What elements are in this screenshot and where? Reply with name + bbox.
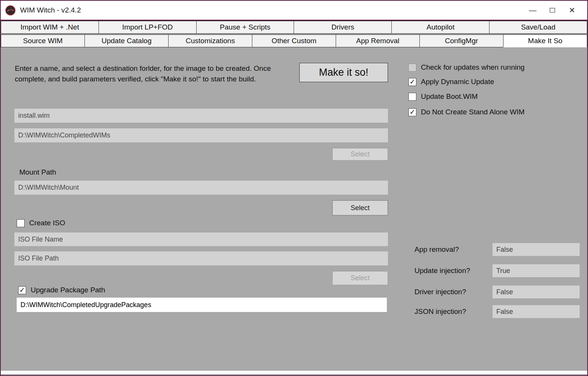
mount-path-input[interactable] [14,181,388,195]
instruction-text: Enter a name, and select a destination f… [15,63,285,84]
tab-save-load[interactable]: Save/Load [489,21,587,34]
create-iso-checkbox[interactable] [17,219,25,227]
update-bootwim-label: Update Boot.WIM [421,92,478,101]
make-it-so-panel: Enter a name, and select a destination f… [1,47,587,374]
iso-select-button[interactable]: Select [332,271,388,285]
app-removal-label: App removal? [414,245,459,254]
check-updates-checkbox[interactable] [408,64,416,72]
json-injection-label: JSON injection? [414,307,466,316]
mount-select-button[interactable]: Select [332,200,388,215]
tab-make-it-so[interactable]: Make It So [503,34,587,47]
app-removal-value: False [493,243,580,256]
option-dynamic-update[interactable]: Apply Dynamic Update [408,77,494,86]
no-standalone-label: Do Not Create Stand Alone WIM [421,108,525,116]
tab-app-removal[interactable]: App Removal [336,34,420,47]
maximize-icon[interactable] [543,0,562,20]
tab-import-wim-net[interactable]: Import WIM + .Net [1,21,99,34]
minimize-icon[interactable]: — [523,0,543,20]
option-create-iso[interactable]: Create ISO [17,218,65,228]
destination-select-button[interactable]: Select [332,148,388,161]
check-updates-label: Check for updates when running [421,63,525,72]
tab-pause-scripts[interactable]: Pause + Scripts [196,21,294,34]
app-logo-icon [5,5,16,16]
bottom-strip [1,371,587,374]
dynamic-update-checkbox[interactable] [408,78,416,86]
tab-update-catalog[interactable]: Update Catalog [84,34,169,47]
iso-file-name-input[interactable] [14,232,388,246]
tab-autopilot[interactable]: Autopilot [391,21,489,34]
wim-name-input[interactable] [14,109,388,123]
tab-drivers[interactable]: Drivers [294,21,392,34]
tab-row-2: Source WIM Update Catalog Customizations… [1,34,587,47]
make-it-so-button[interactable]: Make it so! [299,63,388,82]
update-injection-value: True [493,264,580,277]
tab-customizations[interactable]: Customizations [168,34,252,47]
json-injection-value: False [493,305,580,318]
dynamic-update-label: Apply Dynamic Update [421,78,494,86]
option-upgrade-package[interactable]: Upgrade Package Path [18,286,105,295]
tab-import-lp-fod[interactable]: Import LP+FOD [99,21,197,34]
tab-other-custom[interactable]: Other Custom [252,34,336,47]
upgrade-package-checkbox[interactable] [18,286,26,294]
driver-injection-label: Driver injection? [414,288,466,296]
upgrade-package-label: Upgrade Package Path [31,286,105,294]
update-injection-label: Update injection? [414,267,470,275]
no-standalone-checkbox[interactable] [408,108,416,116]
tab-source-wim[interactable]: Source WIM [1,34,85,47]
title-bar: WIM Witch - v2.4.2 — ✕ [1,1,587,21]
app-window: WIM Witch - v2.4.2 — ✕ Import WIM + .Net… [0,0,588,376]
window-title: WIM Witch - v2.4.2 [20,6,81,14]
maximize-glyph [550,8,555,12]
option-update-bootwim[interactable]: Update Boot.WIM [408,92,478,101]
tab-row-1: Import WIM + .Net Import LP+FOD Pause + … [1,21,587,34]
destination-path-input[interactable] [14,128,388,142]
close-icon[interactable]: ✕ [562,0,582,20]
iso-file-path-input[interactable] [14,251,388,265]
option-no-standalone[interactable]: Do Not Create Stand Alone WIM [408,108,525,117]
update-bootwim-checkbox[interactable] [408,93,416,101]
driver-injection-value: False [493,286,580,298]
create-iso-label: Create ISO [29,219,65,227]
option-check-updates[interactable]: Check for updates when running [408,63,525,72]
upgrade-package-path-input[interactable] [17,298,387,312]
tab-configmgr[interactable]: ConfigMgr [419,34,504,47]
mount-path-label: Mount Path [19,168,56,176]
